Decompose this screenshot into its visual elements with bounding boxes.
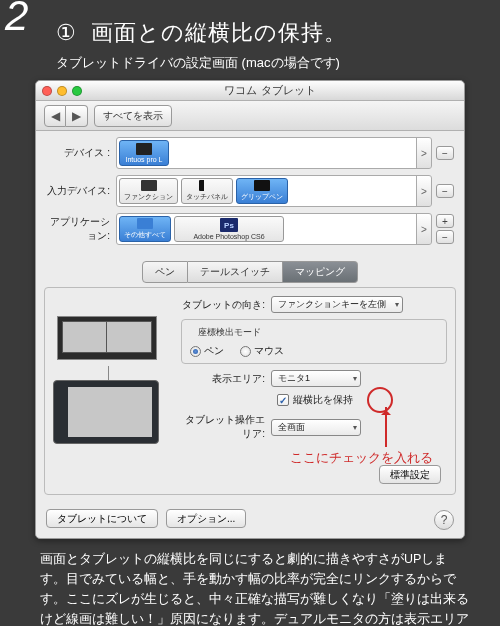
help-button[interactable]: ? xyxy=(434,510,454,530)
input-sidebtns: − xyxy=(436,184,454,198)
tablet-preview xyxy=(53,380,159,444)
app-item-label: Adobe Photoshop CS6 xyxy=(193,233,264,240)
radio-icon xyxy=(240,346,251,357)
input-item-touch[interactable]: タッチパネル xyxy=(181,178,233,204)
all-apps-icon xyxy=(137,218,153,229)
orientation-label: タブレットの向き: xyxy=(181,298,271,312)
device-item-intuos[interactable]: Intuos pro L xyxy=(119,140,169,166)
device-row: デバイス : Intuos pro L > − xyxy=(46,137,454,169)
tablet-icon xyxy=(136,143,152,155)
radio-label: マウス xyxy=(254,344,284,358)
device-picker[interactable]: Intuos pro L > xyxy=(116,137,432,169)
input-row: 入力デバイス: ファンクション タッチパネル グリップペン > − xyxy=(46,175,454,207)
monitor-preview xyxy=(57,316,157,360)
show-all-button[interactable]: すべてを表示 xyxy=(94,105,172,127)
input-item-grip-pen[interactable]: グリップペン xyxy=(236,178,288,204)
app-label: アプリケーション: xyxy=(46,215,116,243)
mapping-settings: タブレットの向き: ファンクションキーを左側 座標検出モード ペン マウス 表示… xyxy=(181,296,447,467)
description-text: 画面とタブレットの縦横比を同じにすると劇的に描きやすさがUPします。目でみている… xyxy=(40,549,472,626)
mode-title: 座標検出モード xyxy=(194,326,265,339)
device-sidebtns: − xyxy=(436,146,454,160)
keep-ratio-label: 縦横比を保持 xyxy=(293,393,353,407)
window-title: ワコム タブレット xyxy=(82,83,458,98)
display-area-label: 表示エリア: xyxy=(181,372,271,386)
about-tablet-button[interactable]: タブレットについて xyxy=(46,509,158,528)
tab-pen[interactable]: ペン xyxy=(142,261,188,283)
scroll-right-icon[interactable]: > xyxy=(416,213,432,245)
bottom-row: タブレットについて オプション... xyxy=(36,503,464,538)
input-item-label: タッチパネル xyxy=(186,192,228,202)
input-picker[interactable]: ファンクション タッチパネル グリップペン > xyxy=(116,175,432,207)
mapping-preview xyxy=(53,316,163,444)
tablet-area-label: タブレット操作エリア: xyxy=(181,413,271,441)
device-label: デバイス : xyxy=(46,146,116,160)
tabs: ペン テールスイッチ マッピング xyxy=(36,261,464,283)
app-remove-button[interactable]: − xyxy=(436,230,454,244)
close-button[interactable] xyxy=(42,86,52,96)
nav-group: ◀ ▶ xyxy=(44,105,88,127)
app-sidebtns: + − xyxy=(436,214,454,244)
tab-tailswitch[interactable]: テールスイッチ xyxy=(188,261,283,283)
touch-icon xyxy=(199,180,215,191)
device-remove-button[interactable]: − xyxy=(436,146,454,160)
pen-icon xyxy=(254,180,270,191)
page-subheading: タブレットドライバの設定画面 (macの場合です) xyxy=(56,54,500,72)
preferences-window: ワコム タブレット ◀ ▶ すべてを表示 デバイス : Intuos pro L… xyxy=(35,80,465,539)
input-remove-button[interactable]: − xyxy=(436,184,454,198)
orientation-row: タブレットの向き: ファンクションキーを左側 xyxy=(181,296,447,313)
options-button[interactable]: オプション... xyxy=(166,509,246,528)
page-heading: ①画面との縦横比の保持。 xyxy=(56,18,500,48)
keep-ratio-checkbox[interactable] xyxy=(277,394,289,406)
standard-settings-button[interactable]: 標準設定 xyxy=(379,465,441,484)
input-label: 入力デバイス: xyxy=(46,184,116,198)
mode-mouse-radio[interactable]: マウス xyxy=(240,344,284,358)
input-item-label: ファンクション xyxy=(124,192,173,202)
callout-circle xyxy=(367,387,393,413)
app-item-all[interactable]: その他すべて xyxy=(119,216,171,242)
tablet-area-select[interactable]: 全画面 xyxy=(271,419,361,436)
input-item-function[interactable]: ファンクション xyxy=(119,178,178,204)
app-picker[interactable]: その他すべて PsAdobe Photoshop CS6 > xyxy=(116,213,432,245)
mapping-panel: タブレットの向き: ファンクションキーを左側 座標検出モード ペン マウス 表示… xyxy=(44,287,456,495)
app-item-label: その他すべて xyxy=(124,230,166,240)
zoom-button[interactable] xyxy=(72,86,82,96)
mode-fieldset: 座標検出モード ペン マウス xyxy=(181,319,447,364)
step-number: 2 xyxy=(5,0,28,40)
scroll-right-icon[interactable]: > xyxy=(416,137,432,169)
traffic-lights xyxy=(42,86,82,96)
preview-connector xyxy=(108,366,109,380)
keep-ratio-row: 縦横比を保持 xyxy=(277,393,447,407)
scroll-right-icon[interactable]: > xyxy=(416,175,432,207)
heading-marker: ① xyxy=(56,20,77,46)
display-area-row: 表示エリア: モニタ1 xyxy=(181,370,447,387)
window-titlebar: ワコム タブレット xyxy=(36,81,464,101)
photoshop-icon: Ps xyxy=(220,218,238,232)
mode-radios: ペン マウス xyxy=(190,344,438,358)
pickers-panel: デバイス : Intuos pro L > − 入力デバイス: ファンクション … xyxy=(36,131,464,257)
orientation-select[interactable]: ファンクションキーを左側 xyxy=(271,296,403,313)
minimize-button[interactable] xyxy=(57,86,67,96)
app-item-photoshop[interactable]: PsAdobe Photoshop CS6 xyxy=(174,216,284,242)
forward-button[interactable]: ▶ xyxy=(66,105,88,127)
app-row: アプリケーション: その他すべて PsAdobe Photoshop CS6 >… xyxy=(46,213,454,245)
radio-icon xyxy=(190,346,201,357)
heading-text: 画面との縦横比の保持。 xyxy=(91,20,347,45)
mode-pen-radio[interactable]: ペン xyxy=(190,344,224,358)
toolbar: ◀ ▶ すべてを表示 xyxy=(36,101,464,131)
device-item-label: Intuos pro L xyxy=(126,156,163,163)
radio-label: ペン xyxy=(204,344,224,358)
tablet-area-row: タブレット操作エリア: 全画面 xyxy=(181,413,447,441)
function-icon xyxy=(141,180,157,191)
tab-mapping[interactable]: マッピング xyxy=(283,261,358,283)
display-area-select[interactable]: モニタ1 xyxy=(271,370,361,387)
back-button[interactable]: ◀ xyxy=(44,105,66,127)
app-add-button[interactable]: + xyxy=(436,214,454,228)
input-item-label: グリップペン xyxy=(241,192,283,202)
